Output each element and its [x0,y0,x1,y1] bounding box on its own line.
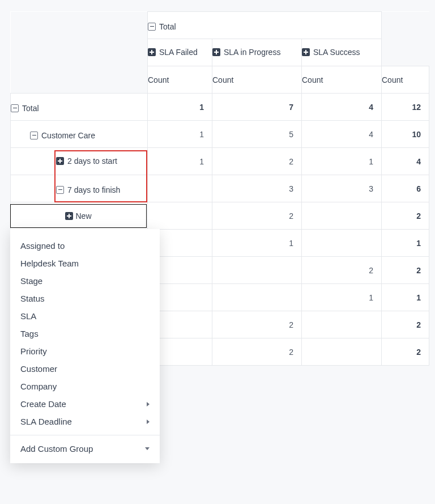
menu-item-customer[interactable]: Customer [10,360,160,378]
col-sla-success-label: SLA Success [313,48,360,57]
cell: 2 [212,202,302,230]
pivot-corner-blank [11,12,148,39]
new-group-button[interactable]: New [10,204,147,228]
cell: 10 [382,121,429,148]
cell: 2 [382,311,429,338]
expand-icon [302,48,310,56]
menu-divider [10,435,160,435]
collapse-icon [11,104,19,112]
menu-item-tags[interactable]: Tags [10,325,160,342]
menu-item-assigned-to[interactable]: Assigned to [10,237,160,255]
new-group-label: New [75,211,91,221]
pivot-corner-blank-r [382,12,429,39]
cell: 3 [302,175,382,202]
row-2-days-label: 2 days to start [67,156,117,166]
cell: 2 [382,202,429,230]
cell [302,311,382,338]
cell: 3 [212,175,302,202]
menu-item-label: Assigned to [20,241,65,251]
menu-item-label: Create Date [20,399,66,409]
chevron-right-icon [147,420,150,424]
cell: 1 [148,148,212,175]
menu-item-label: Helpdesk Team [20,259,79,268]
row-customer-care[interactable]: Customer Care [11,121,148,148]
cell [148,202,212,230]
menu-item-label: Priority [20,346,47,356]
expand-icon [148,48,156,56]
menu-item-sla-deadline[interactable]: SLA Deadline [10,413,160,430]
cell: 2 [212,148,302,175]
cell: 4 [382,148,429,175]
cell: 1 [148,94,212,121]
collapse-icon [30,132,38,139]
cell: 1 [148,121,212,148]
cell: 1 [382,284,429,311]
menu-item-stage[interactable]: Stage [10,272,160,290]
collapse-icon [148,23,156,31]
menu-item-priority[interactable]: Priority [10,342,160,360]
menu-item-label: Status [20,294,45,303]
menu-item-status[interactable]: Status [10,290,160,307]
plus-icon [65,212,73,220]
cell [148,175,212,202]
row-total-label: Total [22,104,39,113]
cell: 1 [302,284,382,311]
cell: 2 [302,257,382,284]
cell [212,284,302,311]
cell: 12 [382,94,429,121]
chevron-down-icon [145,447,150,450]
row-customer-care-label: Customer Care [41,131,95,140]
cell: 2 [382,338,429,366]
collapse-icon [56,186,64,194]
col-sla-failed-label: SLA Failed [159,48,198,57]
cell: 2 [212,338,302,366]
row-7-days-label: 7 days to finish [67,185,120,194]
groupby-menu: Assigned to Helpdesk Team Stage Status S… [10,229,160,463]
cell [302,338,382,366]
row-total[interactable]: Total [11,94,148,121]
menu-item-label: SLA Deadline [20,417,72,426]
col-sla-in-progress-label: SLA in Progress [224,48,280,57]
col-sla-success[interactable]: SLA Success [302,39,382,66]
col-group-total[interactable]: Total [148,12,382,39]
cell [302,230,382,257]
menu-item-label: Stage [20,276,42,286]
cell [302,202,382,230]
menu-item-create-date[interactable]: Create Date [10,395,160,413]
cell: 2 [212,311,302,338]
pivot-corner-blank-r2 [382,39,429,66]
count-header-1: Count [148,66,212,94]
cell: 5 [212,121,302,148]
pivot-corner-blank-2 [11,39,148,66]
cell: 7 [212,94,302,121]
col-group-total-label: Total [159,22,176,31]
menu-item-add-custom-group[interactable]: Add Custom Group [10,440,160,458]
menu-item-helpdesk-team[interactable]: Helpdesk Team [10,255,160,272]
cell: 1 [212,230,302,257]
cell: 6 [382,175,429,202]
menu-item-label: Add Custom Group [20,444,93,454]
expand-icon [212,48,220,56]
menu-item-label: SLA [20,311,36,321]
cell: 4 [302,121,382,148]
count-header-4: Count [382,66,429,94]
cell: 1 [302,148,382,175]
expand-icon [56,157,64,165]
row-2-days-to-start[interactable]: 2 days to start [11,148,148,175]
col-sla-in-progress[interactable]: SLA in Progress [212,39,302,66]
menu-item-sla[interactable]: SLA [10,307,160,325]
cell [212,257,302,284]
count-header-3: Count [302,66,382,94]
count-header-2: Count [212,66,302,94]
menu-item-label: Tags [20,329,39,338]
cell: 4 [302,94,382,121]
menu-item-label: Customer [20,364,57,374]
menu-item-company[interactable]: Company [10,378,160,395]
row-7-days-to-finish[interactable]: 7 days to finish [11,175,148,202]
col-sla-failed[interactable]: SLA Failed [148,39,212,66]
menu-item-label: Company [20,382,57,391]
cell: 1 [382,230,429,257]
pivot-corner-blank-3 [11,66,148,94]
cell: 2 [382,257,429,284]
chevron-right-icon [147,402,150,406]
